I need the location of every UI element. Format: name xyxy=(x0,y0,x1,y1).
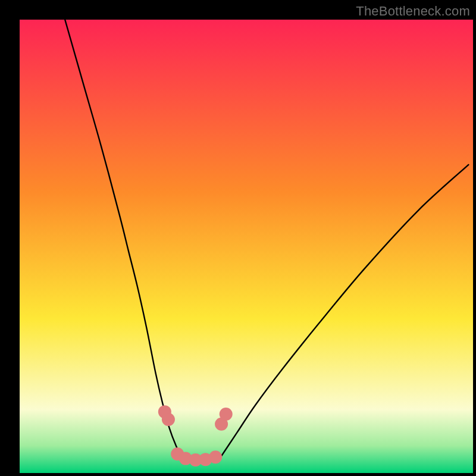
chart-svg xyxy=(20,20,473,473)
marker-right-marker-2 xyxy=(220,408,233,421)
plot-area xyxy=(20,20,473,473)
marker-basin-5 xyxy=(209,450,222,464)
gradient-background xyxy=(20,20,473,473)
marker-left-marker-2 xyxy=(162,413,175,426)
watermark-text: TheBottleneck.com xyxy=(356,4,470,19)
chart-frame: TheBottleneck.com xyxy=(0,0,476,476)
